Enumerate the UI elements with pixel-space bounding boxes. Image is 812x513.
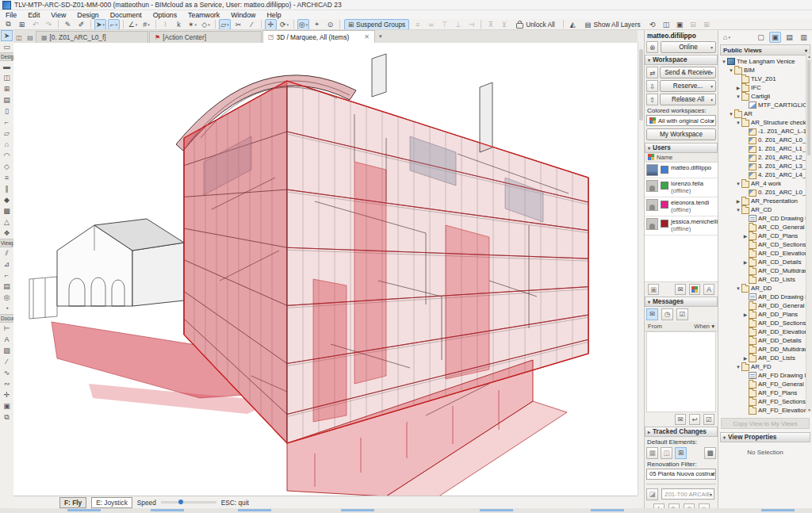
spline-tool[interactable]: ∾ <box>1 378 13 389</box>
offset-icon[interactable]: ◇▾ <box>200 19 212 30</box>
messages-from-column[interactable]: From <box>648 323 662 330</box>
expander-icon[interactable]: ▶ <box>742 233 749 239</box>
tree-item[interactable]: ▼AR_4 work <box>721 179 806 188</box>
viewport-3d[interactable] <box>13 43 638 496</box>
fill-tool[interactable]: ▨ <box>1 345 13 356</box>
speed-slider[interactable] <box>161 501 216 503</box>
user-filter-icon[interactable]: A <box>703 284 714 295</box>
default-door-icon[interactable]: ◫ <box>661 447 672 459</box>
tree-item[interactable]: ▶AR_CD_Details <box>721 258 806 266</box>
ungroup-icon[interactable]: ⊻ <box>498 19 510 30</box>
snap-grid-icon[interactable]: #▾ <box>140 19 152 30</box>
skylight-tool[interactable]: ◇ <box>1 161 13 172</box>
column-tool[interactable]: ▯ <box>1 105 13 117</box>
redo-icon[interactable]: ↷ <box>43 19 55 30</box>
expander-icon[interactable]: ▼ <box>735 182 741 186</box>
curtain-wall-tool[interactable]: ▤ <box>1 94 13 105</box>
align-center-icon[interactable]: ≃ <box>425 19 437 30</box>
arrow-tool-icon[interactable]: ➤▾ <box>94 19 106 30</box>
rebuild-icon[interactable]: ⟲ <box>647 19 659 30</box>
tree-item[interactable]: AR_FD_Elevations <box>721 406 806 415</box>
layer-extras-icon[interactable]: ⊞ <box>701 19 713 30</box>
tree-item[interactable]: AR_DD_Multidrawings <box>721 345 806 354</box>
tab--0-z01-arc-l0-f-[interactable]: ▦[0. Z01_ARC_L0_f] <box>36 31 148 43</box>
menu-design[interactable]: Design <box>71 11 104 19</box>
send-receive-button[interactable]: Send & Receive▾ <box>660 67 716 78</box>
text-tool[interactable]: A <box>1 334 13 345</box>
renovation-icon[interactable]: ◭ <box>567 19 579 30</box>
tree-item[interactable]: ▶AR_Presentation <box>721 197 806 205</box>
expander-icon[interactable]: ▼ <box>735 365 741 369</box>
inject-parameters-icon[interactable]: ✐ <box>75 19 87 30</box>
new-message-icon[interactable]: ✉ <box>675 414 686 425</box>
tree-item[interactable]: ▶IFC <box>721 83 806 92</box>
tree-item[interactable]: 0. Z01_ARC_L0_f <box>721 136 806 144</box>
dimension-tool[interactable]: ⊢ <box>1 323 13 334</box>
worksheet-tool[interactable]: ▤ <box>1 281 13 292</box>
unlock-all-button[interactable]: Unlock All <box>512 19 558 30</box>
arrow-tool[interactable]: ➤ <box>1 30 13 41</box>
pickup-parameters-icon[interactable]: ✎ <box>62 19 74 30</box>
figure-tool[interactable]: ▣ <box>1 400 13 412</box>
drawing-tool[interactable]: ⧉ <box>1 412 13 423</box>
pop-up-navigator-icon[interactable]: ▤ <box>25 33 36 43</box>
tree-item[interactable]: AR_CD_Multidrawings <box>721 266 806 275</box>
quick-layers-icon[interactable]: ▣ <box>674 19 686 30</box>
completed-messages-icon[interactable]: ☑ <box>676 308 688 320</box>
user-row[interactable]: lorenzo.fella(offline) <box>645 178 718 197</box>
menu-document[interactable]: Document <box>105 11 147 19</box>
roof-tool[interactable]: ⌂ <box>1 139 13 150</box>
rotate-icon[interactable]: ⟳▾ <box>278 19 290 30</box>
undo-icon[interactable]: ↶ <box>29 19 41 30</box>
slab-tool[interactable]: ▱ <box>1 128 13 139</box>
scrollbar-thumb[interactable] <box>639 49 643 121</box>
quick-options-icon[interactable]: ◫ <box>13 33 25 43</box>
joystick-mode-button[interactable]: E: Joystick <box>91 497 132 508</box>
tree-item[interactable]: ▼BIM <box>721 66 806 75</box>
stair-tool[interactable]: ≡ <box>1 172 13 183</box>
expander-icon[interactable]: ▼ <box>735 286 741 291</box>
layer-combination-icon[interactable]: ◫ <box>661 19 672 30</box>
explore-model-icon[interactable]: ⌖ <box>311 19 323 30</box>
close-tab-icon[interactable]: ✕ <box>364 33 370 40</box>
tree-item[interactable]: 3. Z01_ARC_L3_f <box>721 162 806 170</box>
tree-scrollbar[interactable]: ▲ ▼ <box>806 54 812 412</box>
tree-item[interactable]: 2. Z01_ARC_L2_f <box>721 153 806 162</box>
tree-item[interactable]: AR_CD_Lists <box>721 275 806 284</box>
expander-icon[interactable]: ▶ <box>735 198 741 204</box>
menu-edit[interactable]: Edit <box>22 11 45 19</box>
expander-icon[interactable]: ▶ <box>735 85 741 90</box>
tree-item[interactable]: AR_FD_Plans <box>721 389 806 397</box>
public-views-header[interactable]: Public Views▾ <box>720 44 810 56</box>
expander-icon[interactable]: ▶ <box>742 355 749 361</box>
marquee-tool-icon[interactable]: ⌐▾ <box>108 19 120 30</box>
menu-file[interactable]: File <box>0 11 22 19</box>
tree-item[interactable]: 0. Z01_ARC_L0_f <box>721 188 806 197</box>
camera-tool[interactable]: ◔ <box>1 303 13 314</box>
users-section-header[interactable]: ▾Users <box>645 143 718 153</box>
tree-item[interactable]: -1. Z01_ARC_L-1_f <box>721 127 806 136</box>
menu-help[interactable]: Help <box>261 11 286 19</box>
marquee-tool[interactable]: ▭ <box>1 41 13 52</box>
railing-tool[interactable]: ∥ <box>1 183 13 194</box>
menu-view[interactable]: View <box>45 11 71 19</box>
align-top-icon[interactable]: ⊤ <box>439 19 450 30</box>
settings-dialogs-icon[interactable]: ⊞ <box>16 19 28 30</box>
workspace-section-header[interactable]: ▾Workspace <box>645 55 718 65</box>
tree-item[interactable]: AR_CD_General Overview <box>721 223 806 232</box>
tree-item[interactable]: AR_CD_Sections <box>721 240 806 249</box>
message-task-icon[interactable]: ☑ <box>703 414 714 425</box>
tree-item[interactable]: ▶AR_DD_Lists <box>721 354 806 362</box>
tree-item[interactable]: MTF_CARTIGLIO A4 Testata <box>721 101 806 109</box>
tree-scrollbar-thumb[interactable] <box>807 60 810 155</box>
tree-item[interactable]: ▼Cartigli <box>721 92 806 101</box>
release-all-button[interactable]: Release All▾ <box>660 94 716 105</box>
tree-item[interactable]: AR_FD Drawing list <box>721 371 806 380</box>
default-favorites-icon[interactable]: ▩ <box>704 447 716 459</box>
menu-options[interactable]: Options <box>147 11 182 19</box>
copy-view-button[interactable]: Copy View to My Views <box>721 418 810 429</box>
tree-item[interactable]: ▼AR_Structure check <box>721 118 806 127</box>
interior-elevation-tool[interactable]: ⌐ <box>1 270 13 281</box>
tree-item[interactable]: ▶AR_DD_Plans <box>721 310 806 319</box>
tree-item[interactable]: AR_CD Drawing list <box>721 214 806 223</box>
